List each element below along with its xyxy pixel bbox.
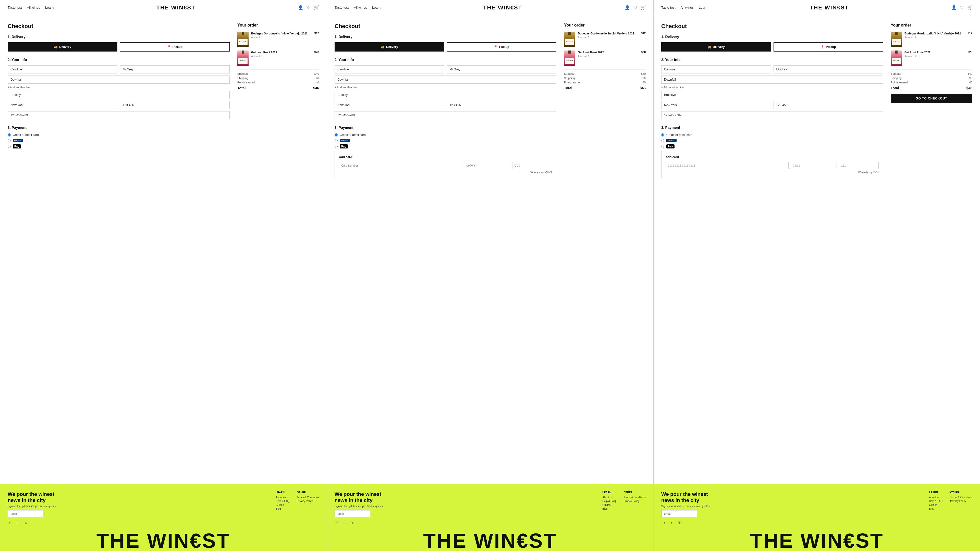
paypal-option-3[interactable]: PayPal [661, 139, 883, 142]
state-input[interactable] [8, 101, 118, 109]
paypal-option[interactable]: PayPal [8, 139, 230, 142]
footer-blog-link-2[interactable]: Blog [602, 507, 616, 510]
city-input-3[interactable] [661, 91, 883, 99]
first-name-input[interactable] [8, 65, 118, 73]
footer-faq-link-2[interactable]: Help & FAQ [602, 500, 616, 503]
nav-taste-test-3[interactable]: Taste test [661, 6, 676, 10]
twitter-icon[interactable]: 𝕏 [23, 520, 28, 526]
address-input-3[interactable] [661, 76, 883, 84]
delivery-button-2[interactable]: 🚚 Delivery [334, 42, 444, 52]
footer-terms-link[interactable]: Terms & Conditions [297, 496, 319, 499]
last-name-input-3[interactable] [773, 65, 883, 73]
cart-icon[interactable]: 🛒 [314, 5, 319, 10]
footer-guides-link-3[interactable]: Guides [929, 503, 942, 507]
delivery-button[interactable]: 🚚 Delivery [8, 42, 118, 52]
pickup-button-3[interactable]: 📍 Pickup [773, 42, 883, 52]
nav-learn[interactable]: Learn [45, 6, 54, 10]
tiktok-icon-3[interactable]: ♪ [669, 520, 674, 526]
footer-terms-link-2[interactable]: Terms & Conditions [624, 496, 646, 499]
tiktok-icon-2[interactable]: ♪ [342, 520, 347, 526]
instagram-icon-2[interactable]: ⊙ [334, 520, 340, 526]
first-name-input-2[interactable] [334, 65, 444, 73]
paypal-radio[interactable] [8, 139, 11, 142]
footer-faq-link[interactable]: Help & FAQ [275, 500, 289, 503]
cart-icon-2[interactable]: 🛒 [641, 5, 646, 10]
address-input-2[interactable] [334, 76, 556, 84]
first-name-input-3[interactable] [661, 65, 771, 73]
cart-icon-3[interactable]: 🛒 [967, 5, 972, 10]
applepay-radio[interactable] [8, 145, 11, 148]
footer-terms-link-3[interactable]: Terms & Conditions [950, 496, 972, 499]
footer-blog-link[interactable]: Blog [275, 507, 289, 510]
footer-guides-link[interactable]: Guides [275, 503, 289, 507]
footer-blog-link-3[interactable]: Blog [929, 507, 942, 510]
mm-yy-input-3[interactable] [791, 162, 837, 169]
user-icon-2[interactable]: 👤 [625, 5, 630, 10]
paypal-radio-2[interactable] [334, 139, 338, 142]
pickup-button-2[interactable]: 📍 Pickup [447, 42, 557, 52]
instagram-icon[interactable]: ⊙ [8, 520, 13, 526]
last-name-input-2[interactable] [447, 65, 557, 73]
nav-all-wines-3[interactable]: All wines [681, 6, 694, 10]
applepay-radio-3[interactable] [661, 145, 664, 148]
credit-card-radio-2[interactable] [334, 133, 338, 137]
paypal-radio-3[interactable] [661, 139, 664, 142]
nav-learn-2[interactable]: Learn [372, 6, 380, 10]
nav-taste-test-2[interactable]: Taste test [334, 6, 349, 10]
cvv-input-3[interactable] [839, 162, 879, 169]
cvv-link-3[interactable]: Where is my CVI? [666, 171, 879, 174]
footer-privacy-link-2[interactable]: Privacy Policy [624, 500, 646, 503]
cvv-input-2[interactable] [512, 162, 552, 169]
nav-taste-test[interactable]: Taste test [8, 6, 22, 10]
footer-privacy-link-3[interactable]: Privacy Policy [950, 500, 972, 503]
nav-all-wines[interactable]: All wines [27, 6, 40, 10]
zip-input-3[interactable] [773, 101, 883, 109]
credit-card-radio-3[interactable] [661, 133, 664, 137]
footer-email-input[interactable] [8, 510, 43, 517]
card-number-input-2[interactable] [339, 162, 462, 169]
phone-input-2[interactable] [334, 111, 556, 119]
footer-about-link[interactable]: About us [275, 496, 289, 499]
state-input-2[interactable] [334, 101, 444, 109]
state-input-3[interactable] [661, 101, 771, 109]
go-to-checkout-button[interactable]: GO TO CHECKOUT [891, 94, 972, 103]
tiktok-icon[interactable]: ♪ [15, 520, 21, 526]
zip-input[interactable] [120, 101, 230, 109]
heart-icon-2[interactable]: ♡ [633, 5, 637, 10]
user-icon[interactable]: 👤 [298, 5, 303, 10]
credit-card-option[interactable]: Credit or debit card [8, 133, 230, 137]
nav-learn-3[interactable]: Learn [699, 6, 707, 10]
paypal-option-2[interactable]: PayPal [334, 139, 556, 142]
footer-about-link-2[interactable]: About us [602, 496, 616, 499]
applepay-option[interactable]: Pay [8, 144, 230, 148]
last-name-input[interactable] [120, 65, 230, 73]
credit-card-radio[interactable] [8, 133, 11, 137]
footer-guides-link-2[interactable]: Guides [602, 503, 616, 507]
add-another-line[interactable]: + Add another line [8, 86, 230, 89]
cvv-link-2[interactable]: Where is my CVV? [339, 171, 552, 174]
city-input-2[interactable] [334, 91, 556, 99]
twitter-icon-3[interactable]: 𝕏 [676, 520, 682, 526]
footer-about-link-3[interactable]: About us [929, 496, 942, 499]
mm-yy-input-2[interactable] [464, 162, 510, 169]
applepay-option-2[interactable]: Pay [334, 144, 556, 148]
footer-faq-link-3[interactable]: Help & FAQ [929, 500, 942, 503]
delivery-button-3[interactable]: 🚚 Delivery [661, 42, 771, 52]
city-input[interactable] [8, 91, 230, 99]
add-another-line-3[interactable]: + Add another line [661, 86, 883, 89]
zip-input-2[interactable] [447, 101, 557, 109]
footer-privacy-link[interactable]: Privacy Policy [297, 500, 319, 503]
footer-email-input-2[interactable] [334, 510, 370, 517]
credit-card-option-2[interactable]: Credit or debit card [334, 133, 556, 137]
heart-icon[interactable]: ♡ [307, 5, 310, 10]
user-icon-3[interactable]: 👤 [951, 5, 956, 10]
add-another-line-2[interactable]: + Add another line [334, 86, 556, 89]
twitter-icon-2[interactable]: 𝕏 [350, 520, 355, 526]
credit-card-option-3[interactable]: Credit or debit card [661, 133, 883, 137]
address-input[interactable] [8, 76, 230, 84]
phone-input[interactable] [8, 111, 230, 119]
card-number-input-3[interactable] [666, 162, 789, 169]
nav-all-wines-2[interactable]: All wines [354, 6, 367, 10]
instagram-icon-3[interactable]: ⊙ [661, 520, 667, 526]
applepay-option-3[interactable]: Pay [661, 144, 883, 148]
